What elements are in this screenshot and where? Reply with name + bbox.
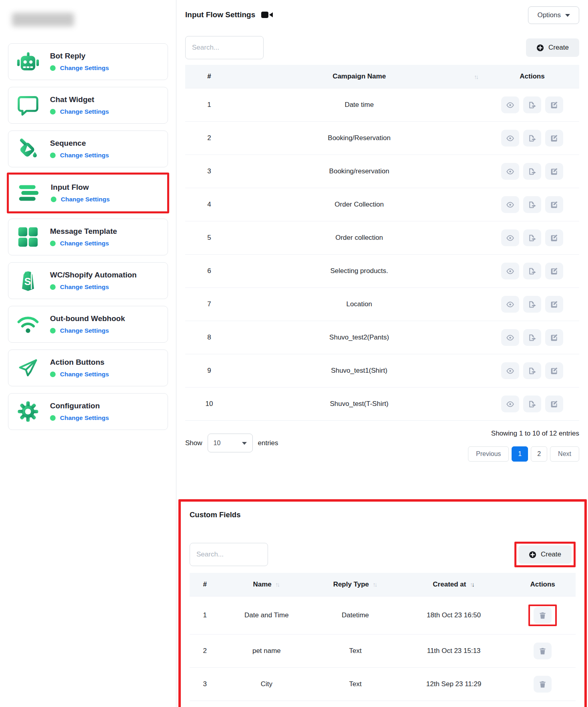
annotation-box-delete — [528, 605, 557, 626]
sidebar-item-bot-reply[interactable]: Bot Reply Change Settings — [8, 43, 168, 80]
change-settings-link[interactable]: Change Settings — [61, 196, 110, 203]
campaign-name-cell: Date time — [233, 88, 485, 122]
delete-button[interactable] — [534, 607, 552, 624]
campaign-page-button-2[interactable]: 2 — [531, 446, 547, 462]
edit-button[interactable] — [545, 196, 563, 213]
reply-type-cell: Text — [313, 668, 398, 701]
file-export-icon — [528, 333, 536, 342]
edit-button[interactable] — [545, 130, 563, 147]
column-header-created-at[interactable]: Created at ↑↓ — [398, 573, 510, 597]
sidebar-item-message-template[interactable]: Message Template Change Settings — [8, 219, 168, 255]
edit-icon — [550, 234, 558, 242]
campaign-search-input[interactable] — [185, 36, 264, 59]
sidebar-item-title: Input Flow — [51, 183, 110, 192]
change-settings-link[interactable]: Change Settings — [60, 414, 109, 422]
page-title: Input Flow Settings — [185, 10, 255, 19]
sidebar-item-title: WC/Shopify Automation — [50, 271, 137, 279]
change-settings-link[interactable]: Change Settings — [60, 371, 109, 378]
campaign-page-button-next[interactable]: Next — [550, 446, 579, 462]
export-button[interactable] — [523, 229, 541, 246]
export-button[interactable] — [523, 130, 541, 147]
sidebar-item-chat-widget[interactable]: Chat Widget Change Settings — [8, 87, 168, 124]
sidebar-item-wc-shopify-automation[interactable]: S WC/Shopify Automation Change Settings — [8, 262, 168, 299]
row-number: 2 — [190, 635, 220, 668]
custom-fields-search-input[interactable] — [190, 543, 268, 566]
eye-icon — [506, 167, 514, 176]
video-camera-icon[interactable] — [261, 11, 273, 19]
custom-fields-table-body: 1Date and TimeDatetime18th Oct 23 16:502… — [190, 597, 576, 707]
export-button[interactable] — [523, 396, 541, 412]
change-settings-link[interactable]: Change Settings — [60, 240, 109, 247]
campaign-table-row: 3Booking/reservation — [185, 155, 579, 188]
edit-button[interactable] — [545, 96, 563, 113]
delete-button[interactable] — [534, 643, 552, 659]
edit-button[interactable] — [545, 362, 563, 379]
sort-arrows-icon[interactable]: ↑↓ — [275, 581, 280, 588]
edit-button[interactable] — [545, 229, 563, 246]
campaign-page-size-select[interactable]: 10 — [208, 434, 253, 452]
column-header-name[interactable]: Name ↑↓ — [220, 573, 313, 597]
export-button[interactable] — [523, 196, 541, 213]
robot-icon — [15, 51, 41, 72]
campaign-name-cell: Booking/Reservation — [233, 122, 485, 155]
export-button[interactable] — [523, 96, 541, 113]
change-settings-link[interactable]: Change Settings — [60, 283, 109, 291]
column-header-campaign-name[interactable]: Campaign Name↑↓ — [233, 65, 485, 88]
custom-fields-create-button[interactable]: Create — [518, 545, 572, 564]
row-number: 10 — [185, 388, 233, 421]
view-button[interactable] — [501, 130, 519, 147]
sort-arrows-icon[interactable]: ↑↓ — [373, 581, 378, 588]
options-button[interactable]: Options — [528, 6, 579, 24]
campaign-table: # Campaign Name↑↓ Actions 1Date time2Boo… — [185, 65, 579, 421]
view-button[interactable] — [501, 329, 519, 346]
change-settings-link[interactable]: Change Settings — [60, 108, 109, 115]
view-button[interactable] — [501, 396, 519, 412]
sort-arrows-icon[interactable]: ↑↓ — [474, 73, 479, 80]
file-export-icon — [528, 400, 536, 408]
wifi-icon — [15, 315, 41, 333]
campaign-page-button-1[interactable]: 1 — [512, 446, 528, 462]
export-button[interactable] — [523, 362, 541, 379]
sidebar-item-input-flow[interactable]: Input Flow Change Settings — [9, 175, 167, 211]
column-header-reply-type[interactable]: Reply Type ↑↓ — [313, 573, 398, 597]
campaign-table-row: 9Shuvo_test1(Shirt) — [185, 354, 579, 388]
custom-field-row: 4NameText12th Sep 23 11:27 — [190, 701, 576, 707]
export-button[interactable] — [523, 296, 541, 313]
export-button[interactable] — [523, 163, 541, 180]
export-button[interactable] — [523, 263, 541, 279]
status-dot — [51, 197, 56, 202]
edit-button[interactable] — [545, 296, 563, 313]
custom-field-row: 2pet nameText11th Oct 23 15:13 — [190, 635, 576, 668]
status-dot — [50, 284, 56, 290]
sidebar-item-title: Message Template — [50, 227, 117, 236]
trash-icon — [538, 680, 547, 689]
edit-button[interactable] — [545, 163, 563, 180]
edit-button[interactable] — [545, 329, 563, 346]
view-button[interactable] — [501, 196, 519, 213]
edit-button[interactable] — [545, 396, 563, 412]
export-button[interactable] — [523, 329, 541, 346]
view-button[interactable] — [501, 229, 519, 246]
status-dot — [50, 415, 56, 421]
view-button[interactable] — [501, 296, 519, 313]
view-button[interactable] — [501, 362, 519, 379]
view-button[interactable] — [501, 163, 519, 180]
delete-button[interactable] — [534, 676, 552, 693]
sidebar-item-action-buttons[interactable]: Action Buttons Change Settings — [8, 349, 168, 386]
campaign-table-row: 2Booking/Reservation — [185, 122, 579, 155]
change-settings-link[interactable]: Change Settings — [60, 152, 109, 159]
sort-arrows-icon[interactable]: ↑↓ — [470, 581, 475, 588]
sidebar-item-title: Sequence — [50, 139, 109, 148]
sidebar-item-configuration[interactable]: Configuration Change Settings — [8, 393, 168, 430]
campaign-page-button-previous[interactable]: Previous — [468, 446, 509, 462]
sidebar-item-out-bound-webhook[interactable]: Out-bound Webhook Change Settings — [8, 306, 168, 343]
sidebar-item-sequence[interactable]: Sequence Change Settings — [8, 131, 168, 167]
view-button[interactable] — [501, 263, 519, 279]
change-settings-link[interactable]: Change Settings — [60, 327, 109, 334]
campaign-create-button[interactable]: Create — [526, 38, 579, 57]
change-settings-link[interactable]: Change Settings — [60, 64, 109, 72]
view-button[interactable] — [501, 96, 519, 113]
custom-fields-header-row: # Name ↑↓ Reply Type ↑↓ Created at ↑↓ Ac… — [190, 573, 576, 597]
edit-button[interactable] — [545, 263, 563, 279]
row-number: 4 — [185, 188, 233, 221]
